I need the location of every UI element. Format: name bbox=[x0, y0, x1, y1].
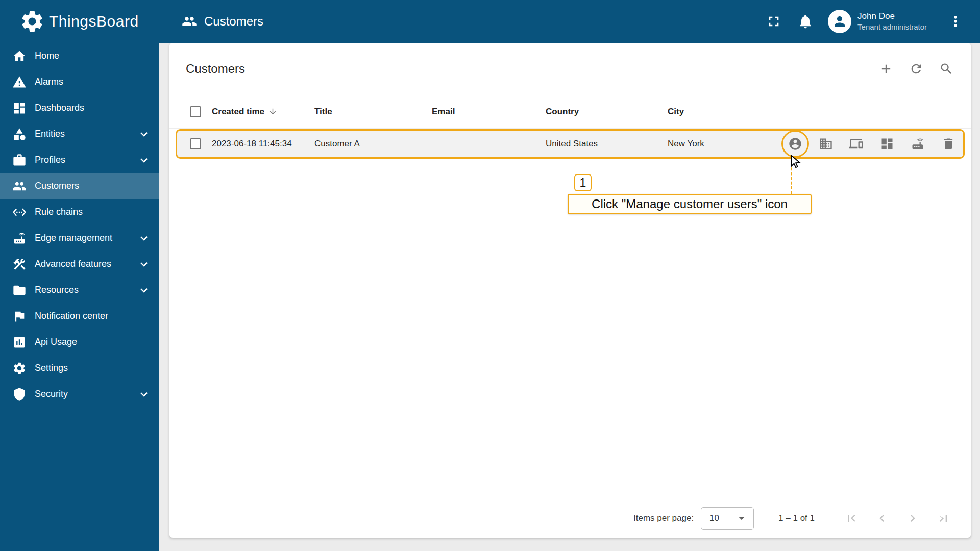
manage-customer-users-button[interactable] bbox=[788, 137, 802, 151]
card-title: Customers bbox=[186, 62, 245, 76]
refresh-icon[interactable] bbox=[909, 62, 923, 76]
column-label: Email bbox=[432, 107, 455, 117]
sidebar-item-label: Edge management bbox=[35, 233, 112, 243]
manage-customer-edge-instances-icon[interactable] bbox=[911, 137, 925, 151]
more-vert-icon[interactable] bbox=[947, 13, 964, 30]
sidebar-item-label: Notification center bbox=[35, 311, 108, 321]
user-name: John Doe bbox=[857, 11, 927, 22]
select-all-checkbox[interactable] bbox=[190, 106, 201, 117]
sidebar-item-advanced-features[interactable]: Advanced features bbox=[0, 251, 159, 277]
sidebar-item-entities[interactable]: Entities bbox=[0, 121, 159, 147]
table-row[interactable]: 2023-06-18 11:45:34 Customer A United St… bbox=[169, 129, 971, 159]
sidebar-item-security[interactable]: Security bbox=[0, 381, 159, 407]
sidebar-item-label: Dashboards bbox=[35, 103, 84, 113]
sidebar-item-label: Api Usage bbox=[35, 337, 77, 347]
sidebar-item-customers[interactable]: Customers bbox=[0, 173, 159, 199]
topbar-actions: John Doe Tenant administrator bbox=[766, 10, 980, 33]
paginator: Items per page: 10 1 – 1 of 1 bbox=[633, 507, 950, 530]
delete-customer-icon[interactable] bbox=[941, 137, 955, 151]
column-label: Country bbox=[546, 107, 579, 117]
settings-icon bbox=[12, 361, 27, 375]
sidebar-item-label: Home bbox=[35, 51, 59, 61]
row-checkbox[interactable] bbox=[190, 138, 201, 149]
content-area: Customers Created time Title Email Count… bbox=[159, 43, 980, 551]
sidebar-item-notification-center[interactable]: Notification center bbox=[0, 303, 159, 329]
sidebar-item-profiles[interactable]: Profiles bbox=[0, 147, 159, 173]
sidebar-item-label: Entities bbox=[35, 129, 65, 139]
manage-customer-users-icon bbox=[788, 137, 802, 151]
previous-page-icon[interactable] bbox=[875, 511, 889, 525]
next-page-icon[interactable] bbox=[905, 511, 920, 525]
sidebar-item-edge-management[interactable]: Edge management bbox=[0, 225, 159, 251]
advanced-features-icon bbox=[12, 257, 27, 271]
sidebar: ThingsBoard Home Alarms Dashboards Entit… bbox=[0, 0, 159, 551]
paginator-nav bbox=[844, 511, 950, 525]
dropdown-arrow-icon bbox=[735, 512, 748, 525]
sidebar-item-settings[interactable]: Settings bbox=[0, 355, 159, 381]
home-icon bbox=[12, 49, 27, 63]
last-page-icon[interactable] bbox=[936, 511, 950, 525]
rule-chains-icon bbox=[12, 205, 27, 219]
page-range-label: 1 – 1 of 1 bbox=[778, 513, 815, 523]
topbar-title: Customers bbox=[159, 14, 263, 29]
page-title: Customers bbox=[204, 14, 263, 29]
cell-country: United States bbox=[541, 139, 663, 149]
add-customer-icon[interactable] bbox=[879, 62, 893, 76]
entities-icon bbox=[12, 127, 27, 141]
sidebar-item-resources[interactable]: Resources bbox=[0, 277, 159, 303]
sidebar-item-alarms[interactable]: Alarms bbox=[0, 69, 159, 95]
notifications-bell-icon[interactable] bbox=[797, 13, 814, 30]
manage-customer-dashboards-icon[interactable] bbox=[880, 137, 894, 151]
chevron-down-icon bbox=[137, 387, 151, 402]
user-avatar[interactable] bbox=[828, 10, 851, 33]
resources-icon bbox=[12, 283, 27, 297]
avatar-person-icon bbox=[832, 14, 847, 29]
chevron-down-icon bbox=[137, 257, 151, 271]
column-label: City bbox=[668, 107, 684, 117]
profiles-icon bbox=[12, 153, 27, 167]
column-label: Title bbox=[314, 107, 332, 117]
dashboards-icon bbox=[12, 101, 27, 115]
sidebar-item-label: Security bbox=[35, 389, 68, 399]
sidebar-nav: Home Alarms Dashboards Entities Profiles… bbox=[0, 43, 159, 407]
manage-customer-assets-icon[interactable] bbox=[819, 137, 833, 151]
manage-customer-devices-icon[interactable] bbox=[849, 137, 864, 151]
customers-card: Customers Created time Title Email Count… bbox=[169, 43, 971, 538]
column-header-title[interactable]: Title bbox=[310, 107, 427, 117]
cell-created-time: 2023-06-18 11:45:34 bbox=[207, 139, 310, 149]
thingsboard-logo[interactable]: ThingsBoard bbox=[0, 0, 159, 43]
items-per-page-label: Items per page: bbox=[633, 513, 694, 523]
sidebar-item-label: Profiles bbox=[35, 155, 65, 165]
chevron-down-icon bbox=[137, 231, 151, 245]
edge-management-icon bbox=[12, 231, 27, 245]
search-icon[interactable] bbox=[939, 62, 953, 76]
column-header-email[interactable]: Email bbox=[427, 107, 541, 117]
chevron-down-icon bbox=[137, 153, 151, 167]
column-header-country[interactable]: Country bbox=[541, 107, 663, 117]
security-icon bbox=[12, 387, 27, 402]
fullscreen-icon[interactable] bbox=[766, 13, 782, 30]
column-header-created-time[interactable]: Created time bbox=[207, 107, 310, 117]
sidebar-item-label: Alarms bbox=[35, 77, 63, 87]
sidebar-item-rule-chains[interactable]: Rule chains bbox=[0, 199, 159, 225]
sort-desc-arrow-icon bbox=[268, 107, 277, 116]
sidebar-item-label: Customers bbox=[35, 181, 79, 191]
column-label: Created time bbox=[212, 107, 264, 117]
api-usage-icon bbox=[12, 335, 27, 349]
first-page-icon[interactable] bbox=[844, 511, 859, 525]
card-header: Customers bbox=[169, 43, 971, 95]
topbar: Customers John Doe Tenant administrator bbox=[159, 0, 980, 43]
card-actions bbox=[879, 62, 953, 76]
user-role: Tenant administrator bbox=[857, 22, 927, 32]
chevron-down-icon bbox=[137, 283, 151, 297]
user-info: John Doe Tenant administrator bbox=[857, 11, 927, 32]
chevron-down-icon bbox=[137, 127, 151, 141]
row-actions bbox=[780, 137, 971, 151]
sidebar-item-dashboards[interactable]: Dashboards bbox=[0, 95, 159, 121]
sidebar-item-home[interactable]: Home bbox=[0, 43, 159, 69]
sidebar-item-api-usage[interactable]: Api Usage bbox=[0, 329, 159, 355]
column-header-city[interactable]: City bbox=[663, 107, 780, 117]
items-per-page-select[interactable]: 10 bbox=[701, 507, 754, 530]
thingsboard-logo-icon bbox=[19, 9, 45, 34]
notification-center-icon bbox=[12, 309, 27, 323]
